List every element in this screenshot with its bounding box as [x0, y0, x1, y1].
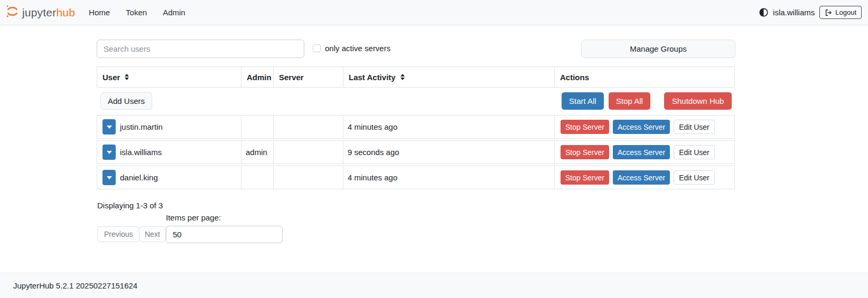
user-name: daniel.king — [120, 173, 158, 182]
navbar-right: isla.williams Logout — [759, 6, 862, 19]
edit-user-button[interactable]: Edit User — [674, 170, 715, 185]
access-server-button[interactable]: Access Server — [613, 120, 670, 134]
actions-cell: Stop Server Access Server Edit User — [555, 166, 734, 189]
admin-value: admin — [246, 148, 267, 157]
edit-user-button[interactable]: Edit User — [674, 145, 715, 159]
current-username: isla.williams — [773, 8, 815, 17]
nav-link-token[interactable]: Token — [126, 8, 147, 17]
user-cell: isla.williams — [97, 141, 241, 164]
add-users-button[interactable]: Add Users — [100, 92, 152, 110]
header-server-label: Server — [279, 73, 304, 82]
jupyterhub-logo[interactable]: jupyterhub — [5, 4, 75, 21]
theme-toggle-icon[interactable] — [759, 8, 768, 17]
server-cell — [274, 116, 343, 138]
logout-label: Logout — [835, 8, 856, 16]
logout-icon — [825, 9, 832, 16]
table-row: justin.martin 4 minutes ago Stop Server … — [97, 115, 735, 139]
table-row: daniel.king 4 minutes ago Stop Server Ac… — [97, 166, 735, 189]
last-activity-cell: 4 minutes ago — [343, 166, 555, 189]
header-last-activity: Last Activity — [343, 67, 555, 87]
jupyterhub-admin-page: jupyterhub Home Token Admin isla.william… — [0, 0, 868, 298]
last-activity-value: 4 minutes ago — [348, 122, 397, 131]
actions-cell: Stop Server Access Server Edit User — [555, 141, 734, 164]
shutdown-hub-button[interactable]: Shutdown Hub — [664, 92, 732, 110]
items-per-page-input[interactable] — [166, 226, 283, 243]
user-name: justin.martin — [120, 122, 163, 131]
chevron-down-icon — [107, 176, 112, 179]
header-user-label: User — [102, 73, 120, 82]
active-servers-filter: only active servers — [313, 44, 390, 53]
stop-all-button[interactable]: Stop All — [609, 92, 650, 110]
user-name: isla.williams — [120, 148, 162, 157]
access-server-button[interactable]: Access Server — [613, 145, 670, 159]
header-actions: Actions — [555, 67, 734, 87]
items-per-page-label: Items per page: — [166, 213, 221, 222]
only-active-servers-checkbox[interactable] — [313, 44, 321, 52]
next-page-button[interactable]: Next — [139, 226, 166, 242]
user-dropdown-toggle[interactable] — [102, 170, 116, 185]
chevron-down-icon — [107, 151, 112, 154]
last-activity-cell: 9 seconds ago — [343, 141, 555, 164]
stop-server-button[interactable]: Stop Server — [561, 170, 609, 185]
header-admin-label: Admin — [247, 73, 272, 82]
admin-cell — [241, 166, 274, 189]
edit-user-button[interactable]: Edit User — [674, 120, 715, 134]
admin-cell: admin — [241, 141, 274, 164]
header-actions-label: Actions — [560, 73, 589, 82]
nav-link-home[interactable]: Home — [89, 8, 110, 17]
search-input[interactable] — [97, 40, 304, 58]
user-cell: daniel.king — [97, 166, 241, 189]
manage-groups-button[interactable]: Manage Groups — [581, 40, 735, 58]
header-last-activity-label: Last Activity — [349, 73, 396, 82]
stop-server-button[interactable]: Stop Server — [561, 120, 609, 134]
chevron-down-icon — [107, 126, 112, 129]
version-text: JupyterHub 5.2.1 20250227151624 — [13, 281, 137, 290]
jupyter-logo-icon — [5, 4, 20, 21]
actions-cell: Stop Server Access Server Edit User — [555, 116, 734, 138]
only-active-servers-label: only active servers — [325, 44, 390, 53]
access-server-button[interactable]: Access Server — [613, 170, 670, 185]
previous-page-button[interactable]: Previous — [97, 226, 139, 242]
start-all-button[interactable]: Start All — [562, 92, 604, 110]
server-cell — [274, 166, 343, 189]
last-activity-value: 9 seconds ago — [348, 148, 399, 157]
nav-links: Home Token Admin — [89, 8, 185, 17]
table-row: isla.williams admin 9 seconds ago Stop S… — [97, 140, 735, 164]
header-admin: Admin — [241, 67, 274, 87]
footer: JupyterHub 5.2.1 20250227151624 — [0, 273, 868, 298]
last-activity-cell: 4 minutes ago — [343, 116, 555, 138]
header-user: User — [97, 67, 241, 87]
sort-user-icon[interactable] — [125, 74, 129, 80]
table-header: User Admin Server Last Activity Actions — [97, 66, 735, 88]
stop-server-button[interactable]: Stop Server — [561, 145, 609, 159]
nav-link-admin[interactable]: Admin — [163, 8, 185, 17]
user-dropdown-toggle[interactable] — [102, 119, 116, 134]
header-server: Server — [274, 67, 343, 87]
sort-last-activity-icon[interactable] — [400, 74, 405, 80]
user-dropdown-toggle[interactable] — [102, 145, 116, 160]
pagination-summary: Displaying 1-3 of 3 — [97, 201, 163, 210]
last-activity-value: 4 minutes ago — [348, 173, 397, 182]
logout-button[interactable]: Logout — [819, 6, 862, 19]
navbar: jupyterhub Home Token Admin isla.william… — [0, 0, 868, 25]
brand-text: jupyterhub — [22, 6, 75, 19]
user-cell: justin.martin — [97, 116, 241, 138]
server-cell — [274, 141, 343, 164]
admin-cell — [241, 116, 274, 138]
